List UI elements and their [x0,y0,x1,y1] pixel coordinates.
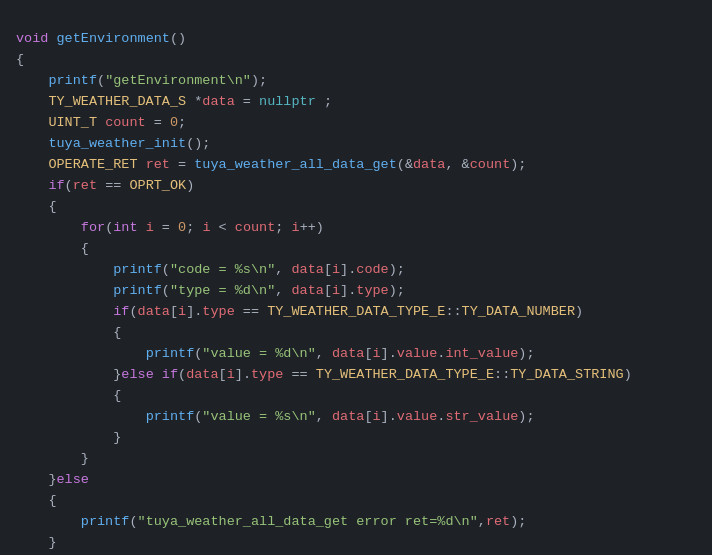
code-line: }else if(data[i].type == TY_WEATHER_DATA… [0,365,712,386]
code-line: TY_WEATHER_DATA_S *data = nullptr ; [0,92,712,113]
code-line: } [0,449,712,470]
code-line: printf("value = %s\n", data[i].value.str… [0,407,712,428]
code-line: UINT_T count = 0; [0,113,712,134]
code-line: { [0,239,712,260]
code-line: { [0,50,712,71]
code-line: } [0,428,712,449]
code-line: printf("getEnvironment\n"); [0,71,712,92]
code-line: if(data[i].type == TY_WEATHER_DATA_TYPE_… [0,302,712,323]
code-line: printf("value = %d\n", data[i].value.int… [0,344,712,365]
code-line: OPERATE_RET ret = tuya_weather_all_data_… [0,155,712,176]
code-line: { [0,323,712,344]
code-line: { [0,491,712,512]
code-line: for(int i = 0; i < count; i++) [0,218,712,239]
code-line: } [0,533,712,554]
code-line: void getEnvironment() [0,29,712,50]
code-line: { [0,386,712,407]
code-line: { [0,197,712,218]
code-line: tuya_weather_init(); [0,134,712,155]
code-line: }else [0,470,712,491]
code-line: if(ret == OPRT_OK) [0,176,712,197]
code-line: printf("tuya_weather_all_data_get error … [0,512,712,533]
code-line: printf("type = %d\n", data[i].type); [0,281,712,302]
code-line: printf("code = %s\n", data[i].code); [0,260,712,281]
code-editor: void getEnvironment(){ printf("getEnviro… [0,0,712,555]
